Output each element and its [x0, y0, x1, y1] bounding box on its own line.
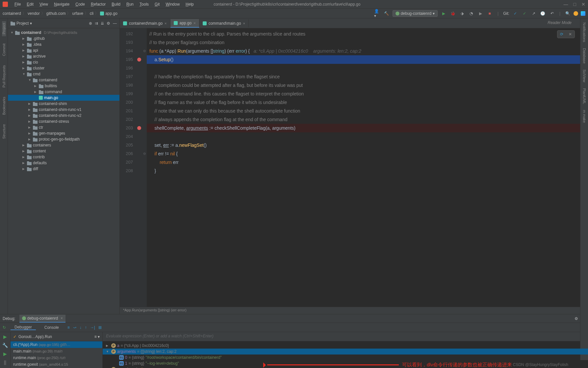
tree-item[interactable]: ▶ containerd-shim-runc-v1	[8, 107, 119, 113]
fold-gutter[interactable]: ⊖⊖	[142, 28, 147, 307]
tree-item[interactable]: main.go	[8, 95, 119, 101]
run-configuration-dropdown[interactable]: debug-contaienrd ▾	[393, 10, 438, 17]
tree-item[interactable]: ▶ content	[8, 148, 119, 154]
menu-help[interactable]: Help	[183, 1, 196, 8]
editor-tab[interactable]: command\main.go×	[199, 19, 249, 27]
code-line[interactable]: // completion could be attempted after a…	[147, 81, 583, 90]
maximize-button[interactable]: □	[574, 2, 576, 7]
git-history-button[interactable]: 🕐	[540, 10, 546, 17]
refresh-icon[interactable]: ⟳	[557, 31, 566, 38]
tree-item[interactable]: ▼ containerd	[8, 77, 119, 83]
code-editor[interactable]: 1921931941951961971981992002012022032042…	[120, 28, 588, 307]
tree-item[interactable]: ▶ gen-manpages	[8, 130, 119, 136]
frames-menu-icon[interactable]: ≡ ▾	[94, 334, 100, 339]
debug-pause-icon[interactable]: ||	[4, 360, 6, 365]
right-tool-plantuml[interactable]: PlantUML	[582, 86, 586, 106]
select-opened-icon[interactable]: ⊕	[89, 21, 92, 26]
menu-run[interactable]: Run	[124, 1, 136, 8]
breadcrumb-item[interactable]: urfave	[72, 11, 83, 16]
code-line[interactable]: // handle the completion flag separately…	[147, 72, 583, 81]
breadcrumb-item[interactable]: vendor	[28, 11, 40, 16]
debug-resume-icon[interactable]: ▶	[3, 351, 7, 356]
stop-button[interactable]: ■	[486, 10, 493, 17]
variable-item[interactable]: 01 0 = {string} "/root/workspace/contain…	[103, 355, 588, 360]
tree-item[interactable]: ▶ defaults	[8, 160, 119, 166]
settings-icon[interactable]: ⚙	[107, 21, 110, 26]
profile-button[interactable]: ◔	[468, 10, 474, 17]
collapse-all-icon[interactable]: ⇊	[101, 21, 104, 26]
code-line[interactable]: // always appends the completion flag at…	[147, 115, 583, 124]
attach-button[interactable]: ▶	[477, 10, 484, 17]
debugger-tab[interactable]: Debugger	[11, 325, 36, 330]
code-line[interactable]: return err	[147, 158, 583, 167]
code-line[interactable]: // note that we can only do this because…	[147, 107, 583, 115]
menu-navigate[interactable]: Navigate	[51, 1, 72, 8]
variable-item[interactable]: ▶P a = {*cli.App | 0xc0004216c0}	[103, 343, 588, 349]
show-exec-point-icon[interactable]: ≡	[67, 325, 70, 330]
breadcrumb-item[interactable]: containerd	[3, 11, 21, 16]
console-tab[interactable]: Console	[40, 325, 63, 330]
git-push-button[interactable]: ↗	[530, 10, 537, 17]
right-tool-m-make[interactable]: m make	[582, 108, 586, 125]
breadcrumb-item[interactable]: github.com	[46, 11, 66, 16]
tree-item[interactable]: ▶ containers	[8, 142, 119, 148]
step-out-icon[interactable]: ↑	[85, 325, 87, 330]
tree-item[interactable]: ▶ .idea	[8, 41, 119, 47]
debug-settings-icon[interactable]: ⚙	[575, 316, 578, 321]
minimize-button[interactable]: —	[564, 2, 568, 7]
editor-tab[interactable]: app.go×	[170, 19, 199, 28]
coverage-button[interactable]: ⬗	[459, 10, 465, 17]
close-hint-icon[interactable]: ✕	[566, 31, 575, 38]
debug-restart-icon[interactable]: ↻	[3, 325, 6, 330]
code-line[interactable]: if err != nil {	[147, 149, 583, 158]
tree-item[interactable]: ▶ .github	[8, 36, 119, 41]
stack-frame[interactable]: runtime.main (proc.go:250) run	[11, 355, 102, 361]
run-to-cursor-icon[interactable]: →|	[90, 325, 95, 330]
tree-item[interactable]: ▼ cmd	[8, 71, 119, 77]
ide-feature-icon[interactable]	[581, 11, 585, 16]
run-button[interactable]: ▶	[440, 10, 447, 17]
left-tool-bookmarks[interactable]: Bookmarks	[2, 95, 6, 117]
frames-list[interactable]: cli.(*App).Run (app.go:195) gith…main.ma…	[11, 341, 102, 368]
tree-item[interactable]: ▶ command	[8, 89, 119, 95]
left-tool-commit[interactable]: Commit	[2, 41, 6, 58]
left-tool-project[interactable]: Project	[2, 21, 6, 36]
evaluate-icon[interactable]: ⊞	[98, 325, 102, 330]
debug-config-tab[interactable]: debug-contaienrd ×	[19, 315, 65, 323]
code-line[interactable]: func (a *App) Run(arguments []string) (e…	[147, 47, 583, 55]
user-icon[interactable]: 👤▾	[374, 10, 381, 17]
stack-frame[interactable]: cli.(*App).Run (app.go:195) gith…	[11, 341, 102, 348]
menu-window[interactable]: Window	[163, 1, 182, 8]
right-tool-database[interactable]: Database	[582, 46, 586, 66]
breadcrumb-item[interactable]: app.go	[100, 11, 117, 16]
menu-git[interactable]: Git	[152, 1, 162, 8]
debug-tool-icon[interactable]: 🔧	[2, 343, 8, 348]
project-title[interactable]: Project ▾	[11, 21, 86, 26]
close-button[interactable]: ✕	[581, 2, 585, 7]
hide-icon[interactable]: —	[113, 21, 117, 26]
git-commit-button[interactable]: ✓	[521, 10, 528, 17]
menu-edit[interactable]: Edit	[24, 1, 36, 8]
code-line[interactable]: a.Setup()	[147, 55, 583, 64]
code-line[interactable]	[147, 64, 583, 72]
step-over-icon[interactable]: ⤻	[73, 325, 76, 330]
tree-item[interactable]: ▶ cio	[8, 59, 119, 65]
code-line[interactable]: shellComplete, arguments := checkShellCo…	[147, 124, 583, 132]
editor-breadcrumb[interactable]: *App.Run(arguments []string) (err error)	[120, 307, 588, 314]
frames-header[interactable]: ✓ Gorouti…App).Run ≡ ▾	[11, 332, 102, 341]
left-tool-structure[interactable]: Structure	[2, 122, 6, 141]
menu-refactor[interactable]: Refactor	[88, 1, 108, 8]
git-update-button[interactable]: ✓	[512, 10, 519, 17]
code-line[interactable]: // Run is the entry point to the cli app…	[147, 30, 583, 38]
code-line[interactable]: // to the proper flag/args combination	[147, 38, 583, 47]
breadcrumb-item[interactable]: cli	[90, 11, 93, 16]
code-content[interactable]: // Run is the entry point to the cli app…	[147, 28, 583, 307]
tree-item[interactable]: ▶ containerd-stress	[8, 118, 119, 124]
menu-build[interactable]: Build	[109, 1, 123, 8]
menu-code[interactable]: Code	[73, 1, 88, 8]
menu-view[interactable]: View	[37, 1, 51, 8]
project-tree[interactable]: ▼ containerdD:\Project\github\k8s▶ .gith…	[8, 28, 119, 314]
stack-frame[interactable]: runtime.goexit (asm_amd64.s:15	[11, 361, 102, 368]
tree-item[interactable]: ▶ containerd-shim	[8, 101, 119, 107]
tree-item[interactable]: ▶ builtins	[8, 83, 119, 89]
